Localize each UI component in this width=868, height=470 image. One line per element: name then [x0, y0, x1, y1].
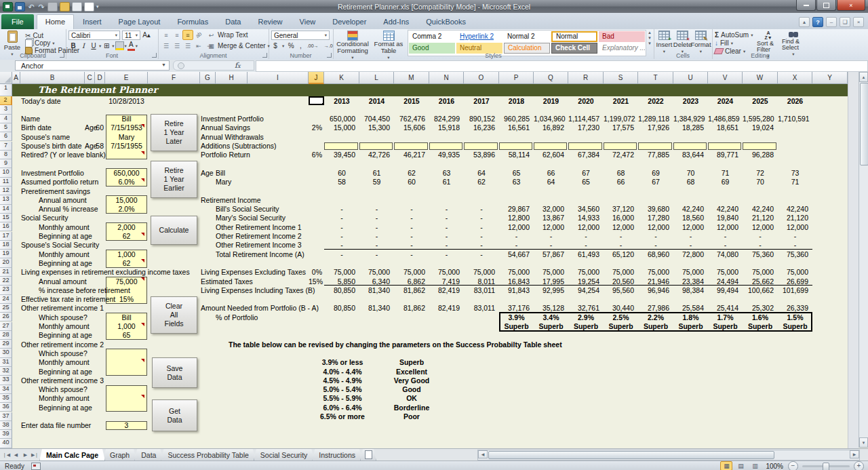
value-cell[interactable]: 94,254	[568, 286, 599, 295]
value-cell[interactable]: 69	[638, 169, 673, 178]
addition-input-cell[interactable]	[673, 142, 707, 151]
value-cell[interactable]: 65	[499, 169, 534, 178]
value-cell[interactable]: 12,000	[743, 223, 774, 232]
value-cell[interactable]: 650,000	[324, 115, 355, 123]
row-header-32[interactable]: 32	[0, 367, 12, 376]
value-cell[interactable]: 1,384,929	[673, 115, 704, 123]
row-label[interactable]: Living expenses in retirement excluding …	[21, 268, 163, 277]
value-cell[interactable]: 92,995	[534, 286, 564, 295]
input-value[interactable]: 1,000	[106, 250, 147, 259]
row-header-12[interactable]: 12	[0, 187, 12, 195]
row-header-16[interactable]: 16	[0, 222, 12, 231]
year-header-2023[interactable]: 2023	[673, 97, 708, 106]
value-cell[interactable]: -	[324, 205, 359, 214]
last-sheet-icon[interactable]: ▶❘	[31, 451, 39, 460]
year-header-2020[interactable]: 2020	[568, 97, 604, 106]
input-value[interactable]: 2,000	[106, 223, 147, 232]
input-value[interactable]: 7/15/1955	[106, 142, 147, 151]
row-header-38[interactable]: 38	[0, 421, 12, 430]
success-rating[interactable]: Very Good	[374, 376, 449, 385]
value-cell[interactable]: 69	[708, 178, 743, 187]
row-header-34[interactable]: 34	[0, 385, 12, 394]
row-label[interactable]: Which spouse?	[39, 349, 181, 358]
value-cell[interactable]: 17,575	[604, 123, 634, 132]
row-label[interactable]: Annual Savings	[201, 123, 319, 132]
column-header-R[interactable]: R	[568, 72, 604, 84]
value-cell[interactable]: 67,384	[568, 151, 599, 159]
value-cell[interactable]: 1,114,457	[568, 115, 599, 123]
value-cell[interactable]: 75,000	[534, 268, 564, 277]
value-cell[interactable]: 65,120	[604, 250, 634, 259]
title-banner-cell[interactable]: The Retirement Planner	[12, 84, 848, 96]
sheet-tab-main-calc-page[interactable]: Main Calc Page	[39, 449, 105, 461]
sheet-tab-instructions[interactable]: Instructions	[312, 449, 362, 461]
column-header-I[interactable]: I	[248, 72, 309, 84]
column-header-Q[interactable]: Q	[534, 72, 568, 84]
row-label[interactable]: Annual Withdrawals	[201, 133, 319, 142]
value-cell[interactable]: 61,493	[568, 250, 599, 259]
value-cell[interactable]: 60	[394, 178, 429, 187]
value-cell[interactable]: 16,561	[499, 123, 530, 132]
value-cell[interactable]: 99,494	[708, 286, 738, 295]
value-cell[interactable]: 12,000	[568, 223, 599, 232]
value-cell[interactable]: 61	[359, 169, 394, 178]
value-cell[interactable]: 80,850	[324, 304, 355, 313]
input-value[interactable]: Bill	[106, 115, 147, 123]
value-cell[interactable]: -	[359, 250, 394, 259]
value-cell[interactable]: -	[673, 232, 708, 241]
value-cell[interactable]: 68,960	[638, 250, 669, 259]
row-header-24[interactable]: 24	[0, 295, 12, 304]
row-header-25[interactable]: 25	[0, 304, 12, 313]
value-cell[interactable]: -	[359, 214, 394, 222]
row-header-40[interactable]: 40	[0, 439, 12, 448]
value-cell[interactable]: 63	[429, 169, 464, 178]
sheet-tab-success-probability-table[interactable]: Success Probability Table	[161, 449, 255, 461]
value-cell[interactable]: 49,935	[429, 151, 460, 159]
success-rating[interactable]: Borderline	[374, 404, 449, 412]
value-cell[interactable]: -	[568, 232, 604, 241]
scroll-left-icon[interactable]: ◀	[478, 450, 488, 458]
row-header-27[interactable]: 27	[0, 322, 12, 331]
sheet-tab-social-security[interactable]: Social Security	[254, 449, 314, 461]
macro-button-save-data[interactable]: Save Data	[152, 357, 197, 388]
row-label[interactable]: Additions (Subtractions)	[201, 142, 319, 151]
row-header-29[interactable]: 29	[0, 340, 12, 349]
value-cell[interactable]: -	[534, 232, 568, 241]
column-header-M[interactable]: M	[394, 72, 429, 84]
value-cell[interactable]: -	[394, 250, 429, 259]
value-cell[interactable]: 73	[778, 169, 812, 178]
value-cell[interactable]: 101,699	[778, 286, 808, 295]
success-range[interactable]: 3.9% or less	[302, 358, 383, 367]
value-cell[interactable]: 67	[638, 178, 673, 187]
rate-cell[interactable]: 2%	[309, 123, 322, 132]
column-header-B[interactable]: B	[20, 72, 85, 84]
row-header-6[interactable]: 6	[0, 132, 12, 141]
value-cell[interactable]: 1,595,280	[743, 115, 774, 123]
success-range[interactable]: 6.5% or more	[302, 412, 383, 421]
sheet-tab-data[interactable]: Data	[134, 449, 163, 461]
row-header-39[interactable]: 39	[0, 430, 12, 439]
scroll-down-icon[interactable]: ▼	[859, 437, 868, 448]
value-cell[interactable]: 12,000	[604, 223, 634, 232]
value-cell[interactable]: -	[394, 232, 429, 241]
rate-cell[interactable]: 0%	[309, 268, 322, 277]
row-header-7[interactable]: 7	[0, 142, 12, 151]
value-cell[interactable]: 75,000	[394, 268, 425, 277]
row-label[interactable]: % increase before retirement	[39, 286, 181, 295]
row-label[interactable]: % of Portfolio	[216, 313, 334, 322]
value-cell[interactable]: -	[359, 223, 394, 232]
value-cell[interactable]: 13,867	[534, 214, 564, 222]
macro-button-retire-1-year-earlier[interactable]: Retire 1 Year Earlier	[151, 161, 197, 198]
column-header-C[interactable]: C	[85, 72, 95, 84]
input-value[interactable]: 3	[106, 421, 147, 430]
value-cell[interactable]: 39,450	[324, 151, 355, 159]
row-header-2[interactable]: 2	[0, 96, 12, 105]
value-cell[interactable]: 17,280	[638, 214, 669, 222]
row-header-4[interactable]: 4	[0, 115, 12, 123]
vertical-scroll-thumb[interactable]	[860, 83, 868, 165]
value-cell[interactable]: 75,360	[778, 250, 808, 259]
value-cell[interactable]: 98,384	[673, 286, 704, 295]
age-value[interactable]: 60	[89, 123, 104, 132]
row-header-17[interactable]: 17	[0, 232, 12, 241]
value-cell[interactable]: 62,604	[534, 151, 564, 159]
